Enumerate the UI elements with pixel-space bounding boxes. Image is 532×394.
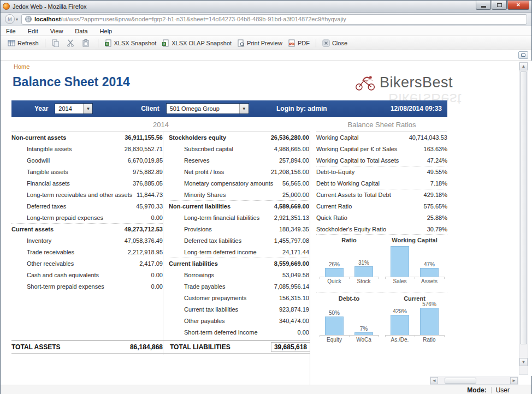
row-value: 49,273,712.53	[125, 226, 163, 232]
table-row: Short-term deferred income0.00	[169, 326, 309, 338]
panel-toggle-icon[interactable]	[518, 51, 528, 59]
year-select[interactable]: 2014 ▼	[55, 103, 93, 114]
url-input[interactable]: localhost/ui/wss/?appm=user&prvw&node=fg…	[21, 14, 527, 25]
row-label: Current liabilities	[169, 260, 218, 267]
copy-button[interactable]	[49, 38, 64, 48]
browser-window: Jedox Web - Mozilla Firefox ✕ M ▾ localh…	[0, 0, 532, 394]
table-row: Current liabilities8,559,669.00	[169, 258, 309, 269]
row-label: Non-current liabilities	[169, 203, 230, 210]
row-value: 25.88%	[427, 214, 447, 221]
minimize-button[interactable]	[476, 1, 491, 10]
vertical-scrollbar[interactable]: ▲ ▼	[519, 62, 528, 375]
identity-caret-icon[interactable]: ▾	[16, 17, 18, 22]
close-sheet-button[interactable]: Close	[320, 38, 350, 48]
row-value: 0.00	[151, 214, 163, 221]
chart-plot: 50%7%	[320, 304, 379, 336]
chevron-down-icon[interactable]: ▼	[239, 104, 249, 114]
mini-bar-chart: Debt-to50%7%EquityWoCa	[316, 292, 382, 350]
row-label: Inventory	[11, 237, 51, 244]
row-value: 2,212,918.95	[128, 249, 163, 255]
row-label: Current tax liabilities	[169, 306, 238, 313]
horizontal-scroll-thumb[interactable]	[445, 378, 476, 384]
row-value: 36,911,155.56	[125, 134, 163, 141]
row-label: Short-term prepaid expenses	[11, 283, 104, 290]
row-label: Deferred taxes	[11, 203, 66, 210]
address-bar: M ▾ localhost/ui/wss/?appm=user&prvw&nod…	[1, 13, 531, 26]
table-row: Non-current assets36,911,155.56	[11, 132, 163, 143]
status-bar: Mode: User	[1, 385, 531, 394]
scroll-down-icon[interactable]: ▼	[519, 358, 528, 366]
refresh-button[interactable]: Refresh	[5, 38, 42, 48]
row-value: 2,921,351.13	[274, 214, 309, 221]
table-row: Deferred taxes45,970.33	[11, 200, 163, 212]
pdf-button[interactable]: PDF PDF	[285, 38, 312, 48]
mini-bar-chart: Current429%576%As./De.Ratio	[382, 292, 447, 350]
menu-help[interactable]: Help	[100, 28, 113, 34]
site-identity-button[interactable]: M	[5, 14, 15, 24]
row-label: Other payables	[169, 318, 225, 324]
svg-text:X: X	[105, 41, 108, 45]
ratios-column-header: Balance Sheet Ratios	[316, 121, 447, 132]
chevron-down-icon[interactable]: ▼	[83, 104, 92, 114]
app-menubar: File Edit View Data Help	[1, 26, 531, 36]
chart-bar	[354, 266, 373, 277]
row-value: 24,171.44	[282, 249, 309, 255]
window-titlebar[interactable]: Jedox Web - Mozilla Firefox ✕	[1, 1, 531, 13]
row-value: 56,565.00	[282, 180, 309, 187]
mode-label: Mode:	[467, 386, 486, 394]
row-value: 1,455,797.08	[274, 237, 309, 244]
row-value: 47,058,376.49	[125, 237, 163, 244]
paste-button[interactable]	[79, 38, 94, 48]
row-value: 0.00	[151, 283, 163, 290]
row-label: Working Capital to Total Assets	[316, 157, 399, 164]
row-value: 188,349.35	[279, 226, 309, 232]
bar-category-label: Stock	[349, 278, 379, 284]
table-row: Working Capital to Total Assets47.24%	[316, 154, 447, 166]
scroll-left-icon[interactable]: ◄	[430, 377, 438, 384]
chart-bar	[325, 268, 344, 277]
table-row: Current Ratio575.65%	[316, 200, 447, 212]
row-value: 47.24%	[427, 157, 447, 164]
row-value: 163.63%	[424, 146, 447, 152]
print-preview-icon	[237, 39, 245, 47]
row-value: 45,970.33	[136, 203, 163, 210]
table-row: Debt to Working Capital7.18%	[316, 177, 447, 189]
toolbar-separator	[98, 39, 98, 47]
bar-value-label: 26%	[329, 261, 340, 267]
row-label: Long-term receivables and other assets	[11, 192, 132, 198]
row-value: 340,474.00	[279, 318, 309, 324]
horizontal-scrollbar[interactable]: ◄ ►	[430, 377, 518, 385]
row-label: Long-term prepaid expenses	[11, 214, 103, 221]
row-label: Long-term financial liabilities	[169, 214, 259, 221]
vertical-scroll-thumb[interactable]	[520, 71, 527, 344]
xlsx-snapshot-button[interactable]: X XLSX Snapshot	[102, 38, 159, 48]
row-label: Trade receivables	[11, 249, 74, 255]
table-row: Current tax liabilities923,874.19	[169, 303, 309, 315]
menu-view[interactable]: View	[50, 28, 63, 34]
print-preview-button[interactable]: Print Preview	[234, 38, 285, 48]
menu-edit[interactable]: Edit	[28, 28, 38, 34]
client-select[interactable]: 501 Omega Group ▼	[166, 103, 249, 114]
menu-data[interactable]: Data	[75, 28, 87, 34]
chart-title: Working Capital	[382, 237, 447, 246]
row-value: 11,844.73	[137, 192, 163, 198]
total-assets: TOTAL ASSETS 86,184,868	[11, 341, 163, 353]
breadcrumb-home[interactable]: Home	[14, 63, 29, 70]
bar-category-label: As./De.	[385, 337, 415, 343]
row-value: 4,988,665.00	[274, 146, 309, 152]
table-row: Long-term financial liabilities2,921,351…	[169, 212, 309, 223]
scroll-up-icon[interactable]: ▲	[519, 62, 528, 70]
row-value: 53,049.58	[282, 272, 309, 278]
row-value: 7.18%	[430, 180, 447, 187]
table-row: Net profit / loss21,208,156.00	[169, 166, 309, 177]
scroll-right-icon[interactable]: ►	[510, 377, 518, 384]
menu-file[interactable]: File	[6, 28, 16, 34]
bar-value-label: 429%	[393, 308, 407, 314]
xlsx-olap-snapshot-button[interactable]: X XLSX OLAP Snapshot	[159, 38, 234, 48]
close-window-button[interactable]: ✕	[507, 1, 529, 10]
table-row: Quick Ratio25.88%	[316, 212, 447, 223]
row-value: 8,559,669.00	[274, 260, 309, 267]
maximize-button[interactable]	[492, 1, 507, 10]
row-label: Stockholder's Equity Ratio	[316, 226, 386, 232]
cut-button[interactable]	[64, 38, 79, 48]
